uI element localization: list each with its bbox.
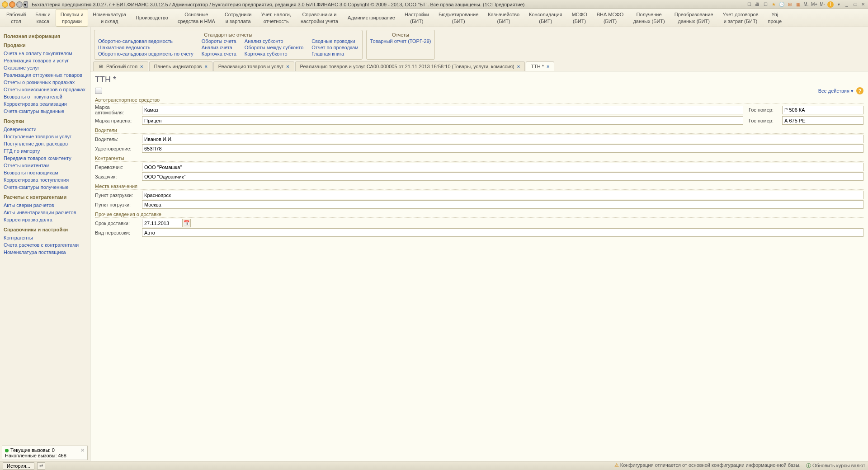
- calendar-icon[interactable]: ▦: [795, 1, 801, 8]
- close-icon[interactable]: ✕: [860, 1, 866, 8]
- section-tab[interactable]: Банк икасса: [31, 9, 55, 26]
- report-link[interactable]: Обороты счета: [202, 38, 236, 44]
- section-tab[interactable]: Справочники инастройки учета: [296, 9, 343, 26]
- section-tab[interactable]: Получениеданных (БИТ): [628, 9, 670, 26]
- sidebar-link[interactable]: Счета-фактуры выданные: [4, 108, 86, 115]
- sidebar-link[interactable]: Акты инвентаризации расчетов: [4, 209, 86, 216]
- update-rates[interactable]: ⓘ Обновить курсы валют: [806, 462, 865, 469]
- window-button[interactable]: [9, 1, 15, 8]
- load-input[interactable]: [142, 200, 863, 209]
- sidebar-link[interactable]: Номенклатура поставщика: [4, 249, 86, 256]
- close-icon[interactable]: ✕: [80, 447, 85, 458]
- document-tab[interactable]: ТТН *×: [526, 61, 554, 71]
- close-icon[interactable]: ×: [517, 64, 520, 69]
- all-actions-button[interactable]: Все действия ▾: [818, 88, 854, 94]
- sidebar-link[interactable]: Реализация отгруженных товаров: [4, 71, 86, 79]
- sidebar-link[interactable]: Доверенности: [4, 126, 86, 133]
- document-tab[interactable]: Реализация товаров и услуг СА00-000005 о…: [295, 61, 525, 71]
- toolbar-icon[interactable]: 🖶: [754, 1, 760, 8]
- window-button[interactable]: [16, 1, 23, 8]
- car-brand-input[interactable]: [142, 106, 743, 114]
- sidebar-link[interactable]: Корректировка поступления: [4, 176, 86, 183]
- report-link[interactable]: Анализ счета: [202, 45, 236, 50]
- section-tab[interactable]: Покупки ипродажи: [56, 9, 89, 27]
- report-link[interactable]: Отчет по проводкам: [311, 45, 358, 50]
- section-tab[interactable]: Учет договорови затрат (БИТ): [718, 9, 764, 26]
- sidebar-link[interactable]: Поступление товаров и услуг: [4, 133, 86, 140]
- close-icon[interactable]: ×: [204, 64, 207, 69]
- sidebar-link[interactable]: Акты сверки расчетов: [4, 202, 86, 209]
- minimize-icon[interactable]: _: [844, 1, 850, 8]
- close-icon[interactable]: ×: [286, 64, 289, 69]
- document-tab[interactable]: Реализация товаров и услуг×: [213, 61, 294, 71]
- toolbar-icon[interactable]: ☐: [746, 1, 752, 8]
- sidebar-link[interactable]: Корректировка долга: [4, 216, 86, 223]
- sidebar-link[interactable]: Передача товаров комитенту: [4, 155, 86, 162]
- section-tab[interactable]: Настройки(БИТ): [400, 9, 434, 26]
- section-tab[interactable]: Сотрудникии зарплата: [220, 9, 257, 26]
- sidebar-link[interactable]: Поступление доп. расходов: [4, 140, 86, 147]
- deadline-input[interactable]: [142, 219, 183, 227]
- sidebar-link[interactable]: Реализация товаров и услуг: [4, 57, 86, 64]
- favorite-icon[interactable]: ★: [770, 1, 777, 8]
- history-button[interactable]: История...: [3, 462, 34, 470]
- close-icon[interactable]: ×: [140, 64, 143, 69]
- memory-m[interactable]: M.: [803, 1, 809, 8]
- sidebar-link[interactable]: Отчеты комиссионеров о продажах: [4, 86, 86, 93]
- section-tab[interactable]: Учет, налоги,отчетность: [256, 9, 296, 26]
- report-link[interactable]: Шахматная ведомость: [98, 45, 193, 50]
- section-tab[interactable]: Казначейство(БИТ): [483, 9, 524, 26]
- sidebar-link[interactable]: ГТД по импорту: [4, 147, 86, 155]
- sidebar-link[interactable]: Счета на оплату покупателям: [4, 50, 86, 57]
- section-tab[interactable]: Преобразованиеданных (БИТ): [670, 9, 718, 26]
- sidebar-link[interactable]: Отчеты комитентам: [4, 162, 86, 169]
- trailer-brand-input[interactable]: [142, 116, 743, 125]
- license-input[interactable]: [142, 144, 863, 153]
- toolbar-icon[interactable]: 🕓: [778, 1, 785, 8]
- document-tab[interactable]: 🖥Рабочий стол×: [93, 61, 148, 71]
- report-link[interactable]: Товарный отчет (ТОРГ-29): [370, 38, 431, 44]
- calculator-icon[interactable]: ⊞: [787, 1, 793, 8]
- unload-input[interactable]: [142, 191, 863, 199]
- section-tab[interactable]: Рабочийстол: [2, 9, 31, 26]
- gos-number-input[interactable]: [782, 106, 863, 114]
- section-tab[interactable]: Консолидация(БИТ): [524, 9, 567, 26]
- driver-input[interactable]: [142, 135, 863, 143]
- report-link[interactable]: Оборотно-сальдовая ведомость: [98, 38, 193, 44]
- report-link[interactable]: Карточка счета: [202, 51, 236, 56]
- carrier-input[interactable]: [142, 163, 863, 171]
- toolbar-icon[interactable]: ☐: [762, 1, 769, 8]
- sidebar-link[interactable]: Оказание услуг: [4, 64, 86, 71]
- section-tab[interactable]: Номенклатураи склад: [88, 9, 131, 26]
- config-warning[interactable]: ⚠ Конфигурация отличается от основной ко…: [614, 462, 801, 469]
- report-link[interactable]: Карточка субконто: [245, 51, 303, 56]
- sidebar-link[interactable]: Возвраты поставщикам: [4, 169, 86, 176]
- sidebar-link[interactable]: Отчеты о розничных продажах: [4, 79, 86, 86]
- print-icon[interactable]: [95, 88, 102, 94]
- memory-mminus[interactable]: M-: [819, 1, 826, 8]
- help-icon[interactable]: i: [827, 1, 834, 8]
- sidebar-link[interactable]: Возвраты от покупателей: [4, 93, 86, 100]
- app-icon[interactable]: [2, 1, 8, 8]
- toolbar-icon[interactable]: ⇄: [37, 462, 45, 470]
- dropdown-icon[interactable]: ▾: [24, 1, 28, 8]
- sidebar-link[interactable]: Корректировка реализации: [4, 100, 86, 108]
- report-link[interactable]: Обороты между субконто: [245, 45, 303, 50]
- memory-mplus[interactable]: M+: [811, 1, 817, 8]
- dropdown-icon[interactable]: ▾: [835, 1, 842, 8]
- maximize-icon[interactable]: ▭: [852, 1, 858, 8]
- report-link[interactable]: Анализ субконто: [245, 38, 303, 44]
- section-tab[interactable]: МСФО(БИТ): [567, 9, 592, 26]
- section-tab[interactable]: Бюджетирование(БИТ): [434, 9, 483, 26]
- sidebar-link[interactable]: Контрагенты: [4, 234, 86, 241]
- close-icon[interactable]: ×: [547, 64, 549, 69]
- section-tab[interactable]: Производство: [131, 13, 173, 23]
- sidebar-link[interactable]: Счета расчетов с контрагентами: [4, 241, 86, 249]
- help-icon[interactable]: ?: [856, 87, 863, 94]
- report-link[interactable]: Оборотно-сальдовая ведомость по счету: [98, 51, 193, 56]
- customer-input[interactable]: [142, 172, 863, 181]
- section-tab[interactable]: Администрирование: [343, 13, 400, 23]
- section-tab[interactable]: Основныесредства и НМА: [173, 9, 220, 26]
- document-tab[interactable]: Панель индикаторов×: [149, 61, 212, 71]
- section-tab[interactable]: ВНА МСФО(БИТ): [592, 9, 629, 26]
